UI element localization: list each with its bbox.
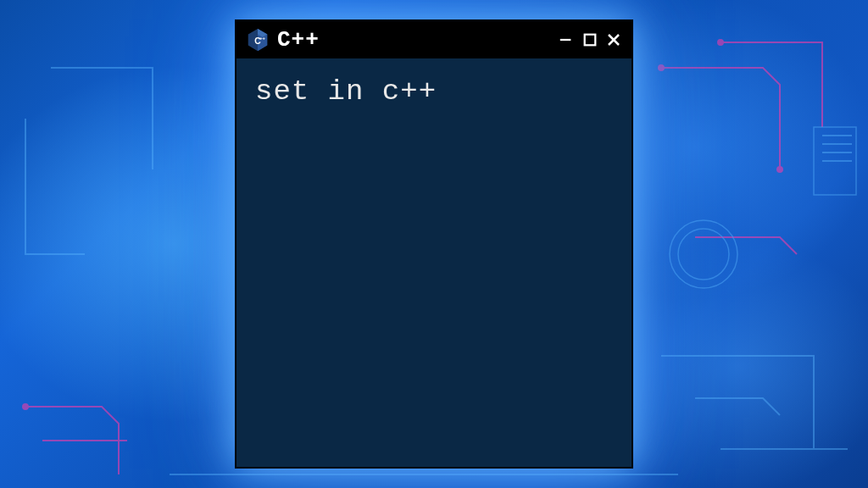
- cpp-logo-icon: C ++: [245, 27, 270, 53]
- window-controls: [557, 30, 623, 49]
- terminal-content: set in c++: [236, 58, 632, 125]
- minimize-button[interactable]: [557, 30, 576, 49]
- svg-point-4: [670, 220, 737, 288]
- svg-text:++: ++: [259, 36, 265, 41]
- svg-point-2: [718, 40, 723, 45]
- window-title: C++: [277, 27, 550, 53]
- close-button[interactable]: [604, 30, 623, 49]
- window-titlebar[interactable]: C ++ C++: [236, 21, 632, 58]
- svg-point-1: [777, 167, 782, 172]
- terminal-window: C ++ C++ set in: [235, 19, 633, 469]
- maximize-button[interactable]: [581, 30, 599, 49]
- svg-rect-17: [585, 35, 596, 46]
- svg-point-0: [659, 65, 664, 70]
- code-text: set in c++: [255, 75, 613, 108]
- svg-point-3: [23, 404, 28, 409]
